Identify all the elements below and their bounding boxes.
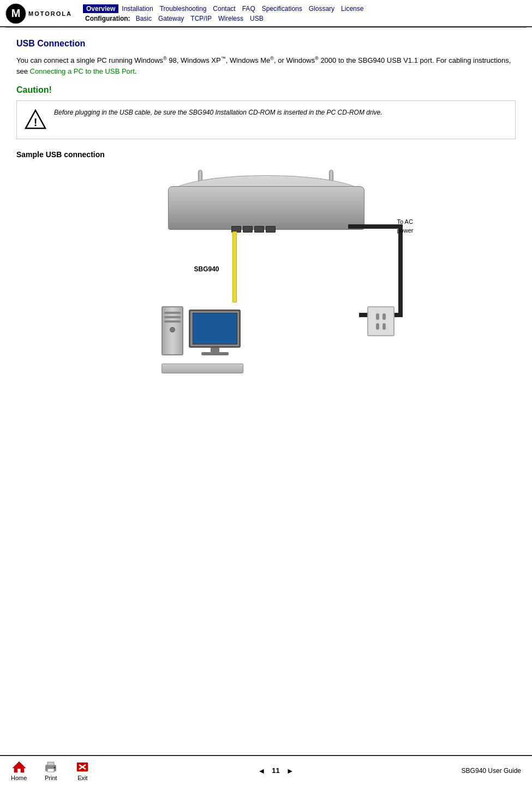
usb-cable-vertical	[232, 231, 237, 302]
svg-point-8	[54, 766, 56, 768]
body-text-6: .	[135, 67, 137, 75]
outlet-slot-left-2	[376, 323, 379, 330]
pc-computer	[162, 306, 242, 355]
svg-rect-7	[47, 769, 54, 772]
header: M MOTOROLA Overview Installation Trouble…	[0, 0, 532, 27]
caution-box: ! Before plugging in the USB cable, be s…	[16, 100, 516, 139]
configuration-label: Configuration:	[83, 14, 133, 23]
to-ac-power-label: To ACpower	[397, 218, 414, 235]
nav-row-secondary: Configuration: Basic Gateway TCP/IP Wire…	[83, 14, 527, 23]
nav-contact[interactable]: Contact	[210, 4, 238, 13]
motorola-logo-icon: M	[5, 3, 26, 24]
superscript-4: ®	[315, 56, 319, 61]
svg-rect-6	[47, 762, 54, 765]
pc-monitor	[188, 310, 242, 355]
footer-nav-buttons: Home Print Exit	[11, 760, 90, 781]
body-text-2: 98, Windows XP	[167, 56, 221, 64]
tower-slot-3	[164, 320, 181, 323]
usb-port-link[interactable]: Connecting a PC to the USB Port	[30, 67, 135, 75]
body-text-4: , or Windows	[274, 56, 315, 64]
print-button[interactable]: Print	[43, 760, 58, 781]
home-icon	[11, 760, 27, 774]
outlet-slots-2	[376, 323, 386, 330]
section-title: USB Connection	[16, 39, 516, 49]
caution-text: Before plugging in the USB cable, be sur…	[54, 108, 382, 117]
print-label: Print	[45, 775, 57, 781]
usb-connection-diagram: SBG940 To ACpower	[113, 170, 419, 388]
sbg940-label: SBG940	[194, 265, 219, 273]
nav-wireless[interactable]: Wireless	[215, 14, 247, 23]
page-number: 11	[272, 766, 279, 775]
outlet-slots	[376, 313, 386, 320]
svg-text:!: !	[34, 116, 38, 128]
motorola-brand-text: MOTOROLA	[28, 10, 72, 17]
svg-text:M: M	[11, 7, 21, 19]
monitor-neck	[211, 348, 219, 352]
exit-label: Exit	[77, 775, 87, 781]
port-2	[243, 226, 253, 233]
sample-usb-heading: Sample USB connection	[16, 150, 516, 159]
tower-button	[170, 327, 175, 332]
guide-title: SBG940 User Guide	[462, 767, 521, 775]
monitor-screen	[193, 313, 237, 344]
body-text-1: You can connect a single PC running Wind…	[16, 56, 163, 64]
caution-heading: Caution!	[16, 85, 516, 95]
monitor-base	[201, 352, 229, 355]
tower-slot-1	[164, 312, 181, 314]
pc-tower	[162, 306, 183, 355]
print-icon	[43, 760, 58, 774]
outlet-slot-right	[382, 313, 386, 320]
nav-troubleshooting[interactable]: Troubleshooting	[157, 4, 210, 13]
superscript-1: ®	[163, 56, 167, 61]
nav-basic[interactable]: Basic	[133, 14, 155, 23]
superscript-2: ™	[221, 56, 226, 61]
nav-installation[interactable]: Installation	[118, 4, 156, 13]
nav-area: Overview Installation Troubleshooting Co…	[83, 4, 527, 23]
outlet-slot-right-2	[382, 323, 386, 330]
next-page-button[interactable]: ►	[286, 766, 294, 775]
tower-slot-2	[164, 316, 181, 318]
main-content: USB Connection You can connect a single …	[0, 28, 532, 399]
port-4	[266, 226, 276, 233]
power-cable-horizontal	[348, 224, 403, 229]
superscript-3: ®	[270, 56, 274, 61]
wall-outlet	[367, 306, 394, 336]
nav-license[interactable]: License	[338, 4, 367, 13]
footer: Home Print Exit ◄ 11 ► SBG940 User Gu	[0, 755, 532, 785]
router-body	[168, 186, 364, 230]
nav-glossary[interactable]: Glossary	[306, 4, 338, 13]
caution-warning-icon: !	[25, 109, 46, 132]
svg-marker-4	[13, 762, 26, 772]
nav-tcpip[interactable]: TCP/IP	[187, 14, 215, 23]
outlet-slot-left	[376, 313, 379, 320]
prev-page-button[interactable]: ◄	[258, 766, 265, 775]
nav-overview[interactable]: Overview	[83, 4, 118, 13]
logo-area: M MOTOROLA	[5, 3, 72, 24]
nav-row-primary: Overview Installation Troubleshooting Co…	[83, 4, 527, 13]
nav-faq[interactable]: FAQ	[239, 4, 259, 13]
exit-button[interactable]: Exit	[75, 760, 90, 781]
exit-icon	[75, 760, 90, 774]
port-3	[254, 226, 264, 233]
router-ports	[231, 226, 276, 233]
nav-usb[interactable]: USB	[247, 14, 267, 23]
nav-gateway[interactable]: Gateway	[155, 14, 187, 23]
nav-specifications[interactable]: Specifications	[259, 4, 306, 13]
keyboard	[162, 364, 243, 373]
home-label: Home	[11, 775, 27, 781]
monitor-screen-outer	[189, 310, 241, 348]
footer-pagination: ◄ 11 ►	[90, 766, 461, 775]
body-text-3: , Windows Me	[226, 56, 271, 64]
power-cable-vertical	[398, 224, 403, 317]
body-paragraph: You can connect a single PC running Wind…	[16, 55, 516, 76]
home-button[interactable]: Home	[11, 760, 27, 781]
